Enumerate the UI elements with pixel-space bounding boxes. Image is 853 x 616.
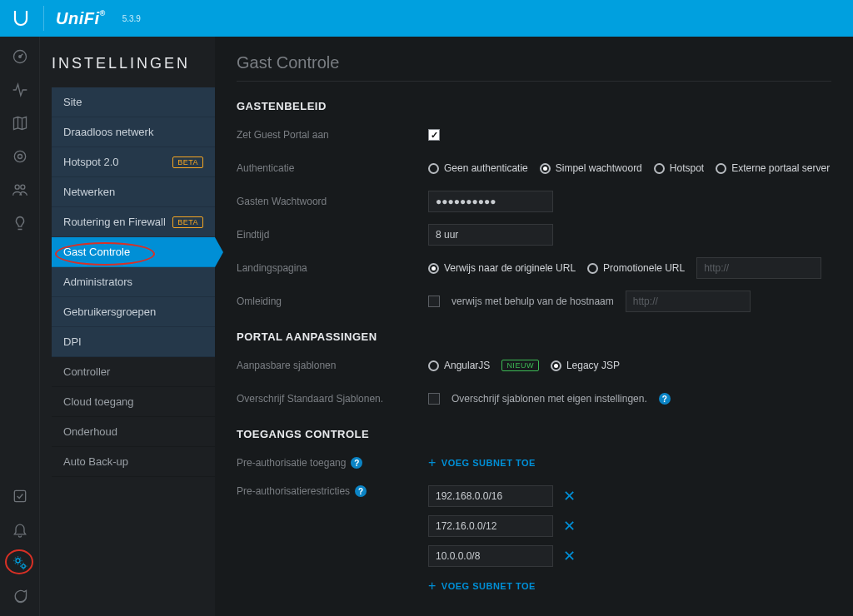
checkbox-override-templates[interactable]: [428, 393, 440, 405]
nav-site[interactable]: Site: [52, 87, 215, 117]
radio-auth-none[interactable]: Geen authenticatie: [428, 162, 528, 174]
settings-nav: Site Draadloos netwerk Hotspot 2.0BETA N…: [52, 87, 215, 477]
add-subnet-button[interactable]: +VOEG SUBNET TOE: [428, 455, 536, 470]
radio-auth-simple[interactable]: Simpel wachtwoord: [540, 162, 642, 174]
dashboard-icon[interactable]: [10, 47, 30, 67]
brand-name: UniFi®: [56, 9, 106, 28]
divider: [43, 6, 44, 31]
help-icon[interactable]: ?: [659, 393, 671, 405]
map-icon[interactable]: [10, 113, 30, 133]
svg-point-3: [14, 151, 25, 161]
nav-hotspot[interactable]: Hotspot 2.0BETA: [52, 147, 215, 177]
version-label: 5.3.9: [122, 14, 141, 23]
radio-template-angular[interactable]: AngularJS: [428, 360, 490, 371]
icon-rail: [0, 37, 40, 616]
insights-icon[interactable]: [10, 213, 30, 233]
sidebar-title: INSTELLINGEN: [52, 55, 215, 72]
nav-cloud[interactable]: Cloud toegang: [52, 387, 215, 417]
label-redirect: Omleiding: [237, 296, 428, 307]
nav-dpi[interactable]: DPI: [52, 327, 215, 357]
label-preauth-restrict: Pre-authorisatierestricties ?: [237, 485, 428, 497]
text-override: Overschrijf sjablonen met eigen instelli…: [451, 393, 647, 405]
input-promo-url[interactable]: [696, 257, 821, 279]
svg-point-2: [17, 155, 22, 159]
input-subnet[interactable]: [428, 485, 553, 507]
nav-controller[interactable]: Controller: [52, 357, 215, 387]
beta-badge: BETA: [172, 216, 203, 228]
radio-auth-external[interactable]: Externe portaal server: [716, 162, 830, 174]
text-redirect-hostname: verwijs met behulp van de hostnaam: [451, 296, 614, 307]
topbar: UniFi® 5.3.9: [0, 0, 853, 37]
svg-rect-6: [14, 490, 25, 501]
label-templates: Aanpasbare sjablonen: [237, 360, 428, 371]
nav-networks[interactable]: Netwerken: [52, 177, 215, 207]
radio-landing-original[interactable]: Verwijs naar de originele URL: [428, 262, 576, 274]
events-icon[interactable]: [10, 486, 30, 506]
label-preauth-access: Pre-authorisatie toegang ?: [237, 457, 428, 469]
input-redirect-url[interactable]: [626, 291, 751, 312]
input-subnet[interactable]: [428, 515, 553, 537]
svg-point-1: [18, 56, 21, 58]
settings-icon[interactable]: [10, 553, 30, 573]
activity-icon[interactable]: [10, 80, 30, 100]
section-portal: PORTAL AANPASSINGEN: [237, 330, 831, 343]
plus-icon: +: [428, 579, 436, 594]
section-gastenbeleid: GASTENBELEID: [237, 100, 831, 112]
help-icon[interactable]: ?: [351, 457, 362, 469]
delete-icon[interactable]: ✕: [563, 517, 576, 535]
page-title: Gast Controle: [237, 53, 831, 72]
devices-icon[interactable]: [10, 147, 30, 166]
delete-icon[interactable]: ✕: [563, 487, 576, 505]
ubiquiti-logo-icon: [10, 7, 32, 29]
clients-icon[interactable]: [10, 180, 30, 200]
radio-template-legacy[interactable]: Legacy JSP: [551, 360, 620, 371]
svg-point-8: [22, 564, 25, 568]
input-endtime[interactable]: [428, 224, 553, 246]
add-subnet-button[interactable]: +VOEG SUBNET TOE: [428, 579, 536, 594]
label-endtime: Eindtijd: [237, 229, 428, 241]
svg-point-4: [15, 185, 19, 189]
separator: [237, 81, 831, 82]
label-override: Overschrijf Standaard Sjablonen.: [237, 393, 428, 405]
alerts-icon[interactable]: [10, 519, 30, 539]
nieuw-badge: NIEUW: [501, 360, 539, 371]
checkbox-enable-portal[interactable]: [428, 129, 440, 141]
nav-guest-control[interactable]: Gast Controle: [52, 237, 215, 267]
beta-badge: BETA: [172, 156, 203, 168]
settings-sidebar: INSTELLINGEN Site Draadloos netwerk Hots…: [40, 37, 215, 616]
input-subnet[interactable]: [428, 545, 553, 567]
nav-admins[interactable]: Administrators: [52, 267, 215, 297]
plus-icon: +: [428, 455, 436, 470]
label-auth: Authenticatie: [237, 162, 428, 174]
nav-autobackup[interactable]: Auto Back-up: [52, 447, 215, 477]
chat-icon[interactable]: [10, 586, 30, 606]
main-content: Gast Controle GASTENBELEID Zet Guest Por…: [215, 37, 853, 616]
svg-point-5: [20, 185, 24, 189]
nav-wireless[interactable]: Draadloos netwerk: [52, 117, 215, 147]
label-landing: Landingspagina: [237, 262, 428, 274]
checkbox-redirect-hostname[interactable]: [428, 296, 440, 307]
radio-landing-promo[interactable]: Promotionele URL: [587, 262, 685, 274]
svg-point-7: [16, 559, 20, 563]
nav-maintenance[interactable]: Onderhoud: [52, 417, 215, 447]
label-password: Gasten Wachtwoord: [237, 196, 428, 207]
section-access: TOEGANGS CONTROLE: [237, 428, 831, 440]
nav-user-groups[interactable]: Gebruikersgroepen: [52, 297, 215, 327]
help-icon[interactable]: ?: [355, 485, 367, 497]
nav-routing-firewall[interactable]: Routering en FirewallBETA: [52, 207, 215, 237]
input-guest-password[interactable]: [428, 191, 553, 212]
label-enable-portal: Zet Guest Portal aan: [237, 129, 428, 141]
delete-icon[interactable]: ✕: [563, 547, 576, 565]
radio-auth-hotspot[interactable]: Hotspot: [654, 162, 704, 174]
